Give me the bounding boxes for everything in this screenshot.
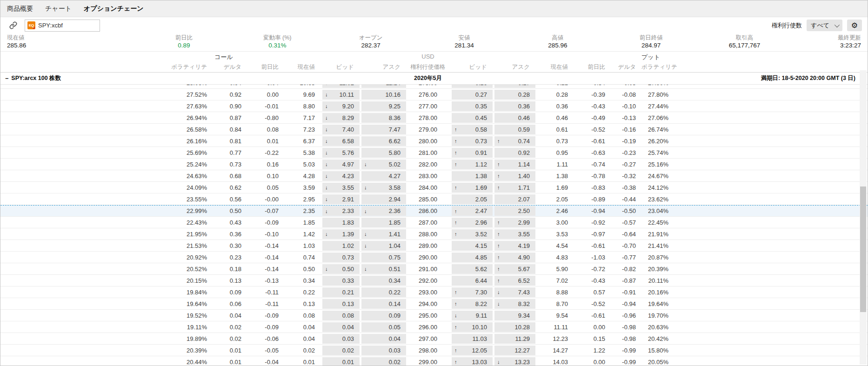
call-bid[interactable]: 0.04 (322, 322, 360, 332)
option-row[interactable]: 20.44%0.01-0.040.010.010.02299.00↑13.03↓… (0, 356, 868, 366)
call-bid[interactable]: ↓2.91 (322, 194, 360, 204)
option-row[interactable]: 20.39%0.01-0.050.020.020.03298.00↑12.051… (0, 345, 868, 356)
put-bid[interactable]: ↑3.52 (452, 229, 493, 239)
call-ask[interactable]: 6.62 (361, 136, 406, 146)
scrollbar-thumb[interactable] (860, 186, 866, 312)
put-bid[interactable]: 2.05 (452, 194, 493, 204)
put-bid[interactable]: ↑2.96 (452, 218, 493, 227)
call-bid[interactable]: 0.33 (322, 276, 360, 286)
put-ask[interactable]: ↑1.14 (494, 160, 535, 169)
put-bid[interactable]: 5.62 (452, 264, 493, 274)
option-row[interactable]: 24.63%0.680.104.28↓4.234.27283.001.38↑1.… (0, 170, 868, 182)
call-ask[interactable]: 0.22 (361, 287, 406, 297)
option-row[interactable]: 27.52%0.920.009.69↓10.1110.16276.000.270… (0, 89, 868, 100)
call-bid[interactable]: ↓4.97 (322, 160, 360, 169)
put-ask[interactable]: 0.59 (494, 125, 535, 134)
call-ask[interactable]: 0.09 (361, 311, 406, 320)
put-ask[interactable]: ↑0.74 (494, 136, 535, 146)
option-row[interactable]: 27.63%0.90-0.018.80↓9.209.25277.000.350.… (0, 100, 868, 112)
tab-1[interactable]: チャート (45, 5, 72, 13)
call-ask[interactable]: 9.25 (361, 101, 406, 111)
put-bid[interactable]: ↑0.73 (452, 136, 493, 146)
put-bid[interactable]: ↑7.30 (452, 287, 493, 297)
put-ask[interactable]: ↑2.99 (494, 218, 535, 227)
call-bid[interactable]: ↓4.23 (322, 171, 360, 181)
option-row[interactable]: 25.24%0.730.165.03↓4.97↓5.02282.00↑1.12↑… (0, 159, 868, 170)
call-ask[interactable]: ↓5.02 (361, 160, 406, 169)
put-ask[interactable]: 10.28 (494, 322, 535, 332)
put-bid[interactable]: ↑1.12 (452, 160, 493, 169)
call-bid[interactable]: ↓6.58 (322, 136, 360, 146)
option-row[interactable]: 19.89%0.02-0.060.040.030.04297.0011.0311… (0, 333, 868, 345)
option-row[interactable]: 21.53%0.30-0.141.031.02↓1.04289.004.15↑4… (0, 240, 868, 252)
call-bid[interactable]: 0.13 (322, 299, 360, 309)
call-ask[interactable]: 0.14 (361, 299, 406, 309)
call-bid[interactable]: ↓8.29 (322, 113, 360, 123)
call-bid[interactable]: 1.83 (322, 218, 360, 227)
put-bid[interactable]: ↑1.69 (452, 183, 493, 193)
settings-button[interactable]: ⚙ (847, 20, 862, 31)
option-row[interactable]: 23.55%0.56-0.002.95↓2.912.94285.002.052.… (0, 193, 868, 205)
option-row[interactable]: 24.09%0.620.053.59↓3.55↓3.58284.00↑1.69↑… (0, 182, 868, 193)
strikes-count-dropdown[interactable]: すべて (807, 20, 842, 31)
put-bid[interactable]: ↑13.03 (452, 357, 493, 366)
option-row[interactable]: 20.92%0.23-0.140.740.730.75290.004.85↑4.… (0, 252, 868, 263)
put-ask[interactable]: ↑1.71 (494, 183, 535, 193)
put-ask[interactable]: 2.50 (494, 206, 535, 216)
call-bid[interactable]: 0.02 (322, 346, 360, 355)
put-bid[interactable]: 11.03 (452, 334, 493, 344)
call-bid[interactable]: ↓2.33 (322, 206, 360, 216)
option-row[interactable]: 26.94%0.87-0.807.17↓8.298.36278.000.450.… (0, 112, 868, 124)
put-ask[interactable]: ↑4.19 (494, 241, 535, 251)
put-bid[interactable]: 4.15 (452, 241, 493, 251)
call-ask[interactable]: 10.16 (361, 90, 406, 100)
put-bid[interactable]: ↓9.11 (452, 311, 493, 320)
put-ask[interactable]: ↑5.67 (494, 264, 535, 274)
call-ask[interactable]: 8.36 (361, 113, 406, 123)
put-ask[interactable]: ↑3.55 (494, 229, 535, 239)
call-ask[interactable]: 7.47 (361, 125, 406, 134)
option-row[interactable]: 22.43%0.43-0.091.851.831.85287.00↑2.96↑2… (0, 217, 868, 228)
call-bid[interactable]: ↓7.40 (322, 125, 360, 134)
option-row[interactable]: 19.84%0.09-0.110.220.210.22293.00↑7.30↓7… (0, 286, 868, 298)
call-ask[interactable]: 0.05 (361, 322, 406, 332)
call-ask[interactable]: 0.75 (361, 253, 406, 262)
call-ask[interactable]: ↓2.36 (361, 206, 406, 216)
call-ask[interactable]: 2.94 (361, 194, 406, 204)
call-bid[interactable]: ↓0.50 (322, 264, 360, 274)
option-row[interactable]: 19.52%0.04-0.090.080.080.09295.00↓9.119.… (0, 310, 868, 321)
option-row[interactable]: 20.15%0.13-0.130.340.330.34292.006.44↑6.… (0, 275, 868, 286)
put-ask[interactable]: 0.36 (494, 101, 535, 111)
call-bid[interactable]: ↓3.55 (322, 183, 360, 193)
option-row[interactable]: 22.99%0.50-0.072.35↓2.33↓2.36286.00↑2.47… (0, 205, 868, 217)
put-bid[interactable]: 1.38 (452, 171, 493, 181)
put-bid[interactable]: 4.85 (452, 253, 493, 262)
call-bid[interactable]: 0.01 (322, 357, 360, 366)
call-ask[interactable]: 0.04 (361, 334, 406, 344)
call-ask[interactable]: 0.34 (361, 276, 406, 286)
call-bid[interactable]: 0.21 (322, 287, 360, 297)
call-ask[interactable]: ↓0.51 (361, 264, 406, 274)
put-ask[interactable]: 0.92 (494, 148, 535, 158)
tab-0[interactable]: 商品概要 (7, 5, 33, 13)
call-ask[interactable]: 0.03 (361, 346, 406, 355)
put-ask[interactable]: 0.46 (494, 113, 535, 123)
put-bid[interactable]: 0.27 (452, 90, 493, 100)
call-bid[interactable]: ↓9.20 (322, 101, 360, 111)
call-ask[interactable]: 1.85 (361, 218, 406, 227)
call-ask[interactable]: 4.27 (361, 171, 406, 181)
put-ask[interactable]: ↓13.23 (494, 357, 535, 366)
call-bid[interactable]: 0.08 (322, 311, 360, 320)
put-ask[interactable]: 9.34 (494, 311, 535, 320)
vertical-scrollbar[interactable] (860, 70, 867, 365)
call-ask[interactable]: ↓1.04 (361, 241, 406, 251)
option-row[interactable]: 20.52%0.18-0.140.50↓0.50↓0.51291.005.62↑… (0, 263, 868, 275)
link-instrument-button[interactable] (6, 20, 20, 32)
call-ask[interactable]: 0.02 (361, 357, 406, 366)
put-bid[interactable]: ↑0.58 (452, 125, 493, 134)
option-row[interactable]: 19.11%0.02-0.090.040.040.05296.00↑10.101… (0, 321, 868, 333)
call-bid[interactable]: ↓10.11 (322, 90, 360, 100)
put-ask[interactable]: 0.28 (494, 90, 535, 100)
put-bid[interactable]: ↑8.22 (452, 299, 493, 309)
call-bid[interactable]: 0.03 (322, 334, 360, 344)
